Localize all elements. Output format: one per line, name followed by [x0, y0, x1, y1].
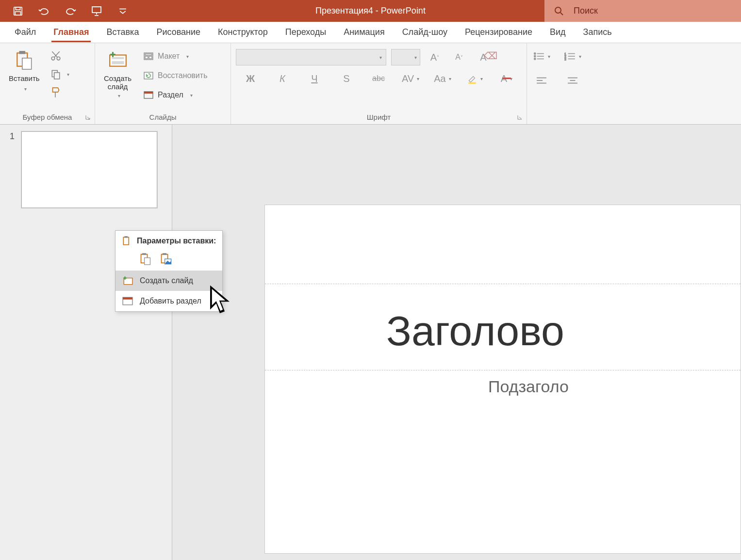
dialog-launcher-icon[interactable]: [517, 114, 524, 121]
font-size-dropdown[interactable]: ▾: [391, 49, 420, 65]
context-menu-add-section-label: Добавить раздел: [140, 297, 201, 305]
svg-rect-56: [145, 258, 150, 265]
tab-insert[interactable]: Вставка: [98, 23, 148, 41]
svg-rect-64: [123, 297, 132, 299]
italic-button[interactable]: К: [273, 71, 292, 86]
tab-transitions[interactable]: Переходы: [277, 23, 335, 41]
tab-view[interactable]: Вид: [541, 23, 575, 41]
shadow-button[interactable]: S: [337, 71, 356, 86]
new-slide-icon: [108, 50, 128, 70]
svg-line-9: [560, 13, 563, 15]
chevron-down-icon[interactable]: ▾: [67, 72, 69, 77]
paste-button[interactable]: Вставить ▾: [5, 47, 44, 92]
char-spacing-button[interactable]: AV▾: [401, 71, 420, 86]
new-slide-label: Создать слайд: [104, 74, 132, 91]
slide-number: 1: [10, 131, 15, 208]
save-button[interactable]: [12, 5, 24, 17]
search-icon: [554, 6, 564, 16]
undo-button[interactable]: [38, 5, 50, 17]
slide-canvas[interactable]: Заголово Подзаголо: [172, 125, 741, 560]
align-center-button[interactable]: [563, 73, 582, 88]
svg-text:3: 3: [564, 58, 566, 61]
svg-rect-11: [19, 51, 25, 54]
cut-button[interactable]: [48, 49, 64, 63]
new-slide-icon: [122, 275, 133, 286]
svg-rect-22: [112, 61, 124, 64]
tab-home[interactable]: Главная: [45, 23, 98, 41]
svg-rect-28: [149, 56, 152, 59]
qat-customize-button[interactable]: [117, 5, 129, 17]
group-paragraph: ▾ 123▾: [527, 43, 741, 124]
tab-review[interactable]: Рецензирование: [456, 23, 541, 41]
context-menu-new-slide[interactable]: Создать слайд: [115, 271, 222, 291]
font-color-button[interactable]: A▾: [497, 71, 516, 86]
align-left-button[interactable]: [532, 73, 551, 88]
svg-rect-1: [16, 7, 20, 10]
svg-point-38: [534, 58, 535, 60]
redo-button[interactable]: [65, 5, 76, 17]
svg-point-34: [534, 53, 535, 54]
copy-button[interactable]: [48, 67, 64, 81]
svg-rect-26: [145, 54, 152, 55]
search-box[interactable]: Поиск: [544, 0, 741, 22]
slide-thumbnail-panel[interactable]: 1: [0, 125, 172, 560]
layout-icon: [143, 51, 154, 62]
svg-rect-21: [112, 57, 124, 59]
bullets-button[interactable]: ▾: [532, 49, 551, 64]
paste-options-row: [115, 249, 222, 271]
layout-button[interactable]: Макет ▾: [139, 49, 211, 64]
reset-label: Восстановить: [158, 71, 207, 80]
search-placeholder: Поиск: [574, 6, 598, 16]
tab-file[interactable]: Файл: [6, 23, 45, 41]
section-label: Раздел: [158, 91, 183, 99]
reset-button[interactable]: Восстановить: [139, 68, 211, 83]
svg-rect-52: [123, 237, 129, 244]
change-case-button[interactable]: Aa▾: [433, 71, 452, 86]
slide-thumbnail[interactable]: [21, 131, 157, 208]
svg-rect-29: [144, 72, 153, 79]
context-menu-header-label: Параметры вставки:: [137, 237, 216, 245]
clear-formatting-button[interactable]: A⌫: [474, 50, 493, 64]
tab-slideshow[interactable]: Слайд-шоу: [394, 23, 456, 41]
new-slide-button[interactable]: Создать слайд ▾: [100, 47, 135, 98]
highlight-color-button[interactable]: ▾: [465, 71, 484, 86]
numbering-button[interactable]: 123▾: [563, 49, 582, 64]
chevron-down-icon: ▾: [118, 93, 120, 98]
quick-access-toolbar: [0, 5, 129, 17]
svg-rect-55: [142, 253, 146, 255]
strikethrough-button[interactable]: abc: [369, 71, 388, 86]
tab-design[interactable]: Конструктор: [209, 23, 277, 41]
tab-record[interactable]: Запись: [575, 23, 621, 41]
bold-button[interactable]: Ж: [241, 71, 260, 86]
svg-rect-27: [145, 56, 148, 59]
paste-icon: [14, 50, 34, 70]
increase-font-button[interactable]: A˄: [425, 50, 445, 64]
paste-picture-button[interactable]: [159, 252, 173, 266]
tab-draw[interactable]: Рисование: [148, 23, 209, 41]
group-slides: Создать слайд ▾ Макет ▾ Восстановить Раз…: [95, 43, 231, 124]
title-placeholder[interactable]: Заголово: [386, 307, 564, 355]
paste-label: Вставить: [9, 74, 40, 82]
svg-rect-58: [163, 253, 166, 255]
underline-button[interactable]: Ч: [305, 71, 324, 86]
svg-rect-53: [125, 236, 128, 238]
group-label-slides: Слайды: [95, 111, 231, 124]
svg-rect-2: [16, 11, 21, 15]
tab-animations[interactable]: Анимация: [335, 23, 394, 41]
chevron-down-icon: ▾: [24, 86, 27, 92]
font-name-dropdown[interactable]: ▾: [236, 49, 386, 65]
svg-point-8: [555, 7, 561, 13]
decrease-font-button[interactable]: A˅: [449, 50, 469, 64]
present-button[interactable]: [91, 5, 102, 17]
paste-keep-formatting-button[interactable]: [139, 252, 152, 266]
section-button[interactable]: Раздел ▾: [139, 88, 211, 102]
slide[interactable]: Заголово Подзаголо: [264, 205, 741, 554]
svg-rect-32: [468, 82, 476, 84]
ribbon: Вставить ▾ ▾ Буфер обмена Создать слайд: [0, 43, 741, 125]
context-menu-add-section[interactable]: Добавить раздел: [115, 291, 222, 311]
subtitle-placeholder[interactable]: Подзаголо: [488, 377, 569, 396]
dialog-launcher-icon[interactable]: [85, 114, 92, 121]
workspace: 1 Заголово Подзаголо: [0, 125, 741, 560]
group-label-clipboard: Буфер обмена: [0, 111, 95, 124]
format-painter-button[interactable]: [48, 86, 64, 99]
